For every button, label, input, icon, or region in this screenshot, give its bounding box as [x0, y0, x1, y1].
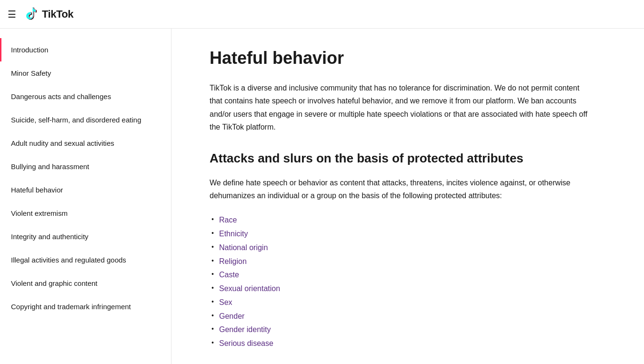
sidebar-item-suicide-self-harm[interactable]: Suicide, self-harm, and disordered eatin… [0, 108, 171, 131]
list-item: Sexual orientation [210, 282, 591, 296]
section1-title: Attacks and slurs on the basis of protec… [210, 151, 591, 167]
list-item: Religion [210, 255, 591, 269]
sidebar-item-hateful-behavior[interactable]: Hateful behavior [0, 178, 171, 202]
sidebar: Introduction Minor Safety Dangerous acts… [0, 29, 171, 364]
list-item: National origin [210, 241, 591, 255]
list-item: Caste [210, 268, 591, 282]
sidebar-item-violent-extremism[interactable]: Violent extremism [0, 202, 171, 225]
header: ☰ TikTok [0, 0, 644, 29]
list-item: Ethnicity [210, 227, 591, 241]
list-item: Sex [210, 296, 591, 310]
tiktok-logo-icon [24, 7, 39, 22]
logo-text: TikTok [42, 8, 73, 20]
page-title: Hateful behavior [210, 48, 591, 68]
sidebar-item-illegal-activities[interactable]: Illegal activities and regulated goods [0, 248, 171, 272]
sidebar-item-adult-nudity[interactable]: Adult nudity and sexual activities [0, 131, 171, 155]
logo-container[interactable]: TikTok [24, 7, 73, 22]
section1-paragraph: We define hate speech or behavior as con… [210, 176, 591, 202]
sidebar-item-dangerous-acts[interactable]: Dangerous acts and challenges [0, 85, 171, 108]
hamburger-icon[interactable]: ☰ [8, 9, 16, 20]
protected-attributes-list: Race Ethnicity National origin Religion … [210, 213, 591, 351]
sidebar-item-introduction[interactable]: Introduction [0, 38, 171, 61]
page-layout: Introduction Minor Safety Dangerous acts… [0, 29, 644, 364]
intro-paragraph: TikTok is a diverse and inclusive commun… [210, 81, 591, 133]
list-item: Serious disease [210, 337, 591, 351]
list-item: Gender [210, 310, 591, 324]
main-content: Hateful behavior TikTok is a diverse and… [171, 29, 629, 364]
sidebar-item-copyright[interactable]: Copyright and trademark infringement [0, 295, 171, 318]
list-item: Race [210, 213, 591, 227]
sidebar-item-bullying[interactable]: Bullying and harassment [0, 155, 171, 178]
list-item: Gender identity [210, 323, 591, 337]
sidebar-item-integrity[interactable]: Integrity and authenticity [0, 225, 171, 248]
sidebar-item-violent-graphic[interactable]: Violent and graphic content [0, 272, 171, 295]
sidebar-item-minor-safety[interactable]: Minor Safety [0, 61, 171, 85]
